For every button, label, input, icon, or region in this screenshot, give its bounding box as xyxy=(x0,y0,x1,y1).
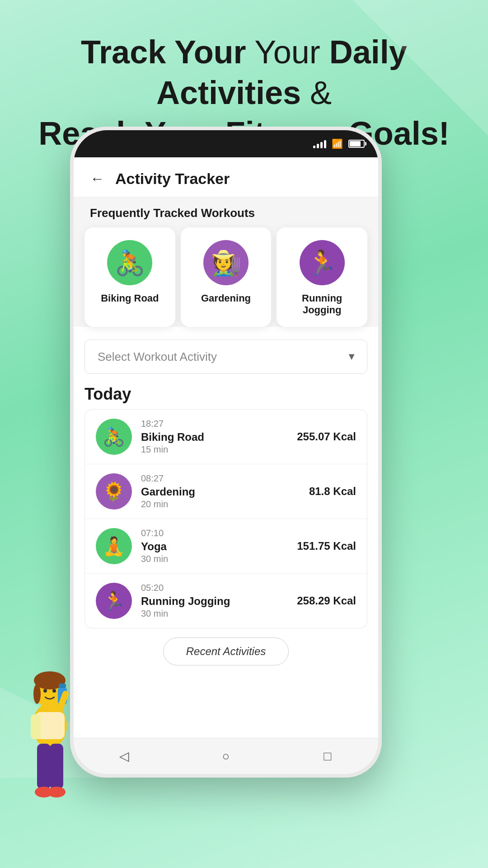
wifi-icon: 📶 xyxy=(332,138,343,149)
back-button[interactable]: ← xyxy=(90,170,104,187)
notch xyxy=(181,130,271,147)
activity-yoga-calories: 151.75 Kcal xyxy=(297,540,356,552)
activity-running-time: 05:20 xyxy=(141,583,288,593)
activity-yoga-name: Yoga xyxy=(141,540,288,553)
fitness-character xyxy=(9,642,90,823)
activity-biking-name: Biking Road xyxy=(141,431,288,443)
activity-yoga-icon: 🧘 xyxy=(96,528,132,564)
activity-item-biking[interactable]: 🚴 18:27 Biking Road 15 min 255.07 Kcal xyxy=(85,410,367,464)
nav-home-button[interactable]: ○ xyxy=(212,743,239,770)
workout-activity-select[interactable]: Select Workout Activity Biking Road Gard… xyxy=(84,340,367,374)
svg-point-13 xyxy=(47,787,66,797)
signal-icon xyxy=(313,139,326,148)
app-content: ← Activity Tracker Frequently Tracked Wo… xyxy=(74,157,378,774)
activity-biking-calories: 255.07 Kcal xyxy=(297,430,356,443)
nav-bar: ◁ ○ □ xyxy=(74,738,378,774)
activity-biking-time: 18:27 xyxy=(141,419,288,429)
running-label: Running Jogging xyxy=(287,292,357,316)
svg-point-4 xyxy=(43,689,47,693)
status-bar: 📶 xyxy=(74,130,378,157)
hero-your: Your xyxy=(254,34,329,70)
svg-rect-15 xyxy=(31,714,41,739)
biking-icon: 🚴 xyxy=(107,240,152,285)
phone-mockup: 📶 ← Activity Tracker Frequently Tracked … xyxy=(70,127,382,778)
status-icons: 📶 xyxy=(313,138,365,149)
svg-rect-7 xyxy=(59,684,66,688)
frequently-tracked-section: Frequently Tracked Workouts 🚴 Biking Roa… xyxy=(74,197,378,327)
hero-track: Track Your xyxy=(81,34,246,70)
workout-cards-list: 🚴 Biking Road 🧑‍🌾 Gardening 🏃 Running Jo… xyxy=(84,227,367,327)
page-title: Activity Tracker xyxy=(115,170,230,188)
activity-running-duration: 30 min xyxy=(141,609,288,619)
activity-running-details: 05:20 Running Jogging 30 min xyxy=(141,583,288,619)
activity-running-calories: 258.29 Kcal xyxy=(297,594,356,607)
activity-list: 🚴 18:27 Biking Road 15 min 255.07 Kcal 🌻 xyxy=(84,409,367,628)
activity-yoga-details: 07:10 Yoga 30 min xyxy=(141,528,288,564)
battery-icon xyxy=(348,140,365,148)
svg-rect-10 xyxy=(37,744,51,789)
activity-gardening-icon: 🌻 xyxy=(96,473,132,509)
recent-activities-wrapper: Recent Activities xyxy=(84,628,367,670)
app-header: ← Activity Tracker xyxy=(74,157,378,197)
activity-item-yoga[interactable]: 🧘 07:10 Yoga 30 min 151.75 Kcal xyxy=(85,519,367,574)
svg-point-3 xyxy=(33,684,41,704)
workout-card-biking[interactable]: 🚴 Biking Road xyxy=(84,227,175,327)
gardening-icon: 🧑‍🌾 xyxy=(203,240,249,285)
main-scroll-area: Select Workout Activity Biking Road Gard… xyxy=(74,327,378,738)
section-title: Frequently Tracked Workouts xyxy=(84,206,367,227)
activity-running-icon: 🏃 xyxy=(96,583,132,619)
nav-back-button[interactable]: ◁ xyxy=(111,743,138,770)
workout-card-gardening[interactable]: 🧑‍🌾 Gardening xyxy=(181,227,272,327)
svg-rect-11 xyxy=(50,744,63,789)
activity-biking-details: 18:27 Biking Road 15 min xyxy=(141,419,288,455)
activity-gardening-calories: 81.8 Kcal xyxy=(309,485,356,498)
activity-yoga-duration: 30 min xyxy=(141,554,288,564)
recent-activities-button[interactable]: Recent Activities xyxy=(163,637,289,665)
workout-card-running[interactable]: 🏃 Running Jogging xyxy=(277,227,367,327)
running-icon: 🏃 xyxy=(300,240,345,285)
activity-biking-duration: 15 min xyxy=(141,444,288,455)
activity-yoga-time: 07:10 xyxy=(141,528,288,538)
activity-gardening-name: Gardening xyxy=(141,486,300,498)
workout-dropdown-wrapper: Select Workout Activity Biking Road Gard… xyxy=(84,340,367,374)
hero-ampersand: & xyxy=(310,75,332,111)
gardening-label: Gardening xyxy=(201,292,251,304)
svg-point-5 xyxy=(52,689,56,693)
nav-recents-button[interactable]: □ xyxy=(314,743,341,770)
activity-running-name: Running Jogging xyxy=(141,595,288,608)
activity-gardening-time: 08:27 xyxy=(141,473,300,484)
biking-label: Biking Road xyxy=(101,292,159,304)
activity-gardening-details: 08:27 Gardening 20 min xyxy=(141,473,300,509)
today-label: Today xyxy=(84,385,367,404)
activity-gardening-duration: 20 min xyxy=(141,499,300,509)
activity-biking-icon: 🚴 xyxy=(96,419,132,455)
activity-item-running[interactable]: 🏃 05:20 Running Jogging 30 min 258.29 Kc… xyxy=(85,574,367,628)
activity-item-gardening[interactable]: 🌻 08:27 Gardening 20 min 81.8 Kcal xyxy=(85,464,367,519)
